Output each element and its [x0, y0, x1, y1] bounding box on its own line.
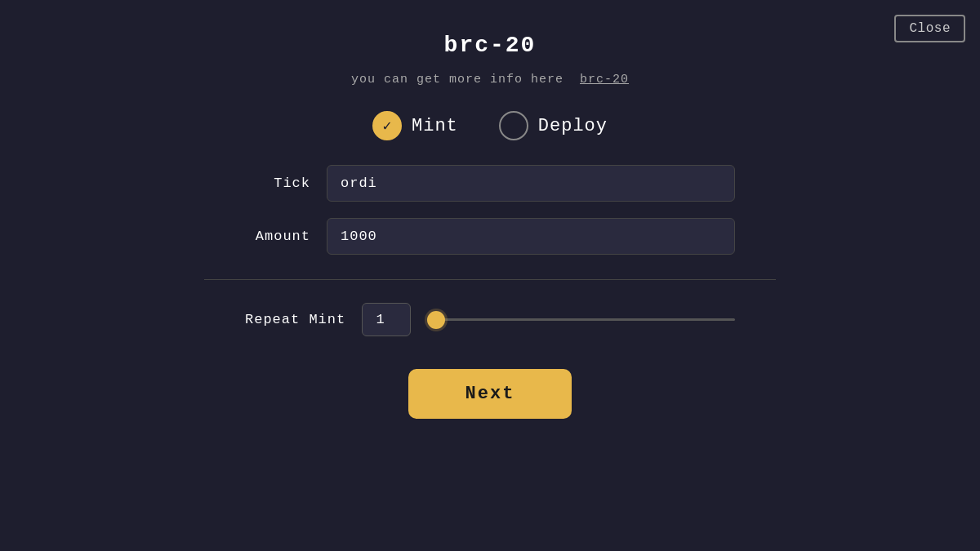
tick-row: Tick: [245, 165, 735, 202]
close-button[interactable]: Close: [894, 15, 965, 42]
amount-row: Amount: [245, 218, 735, 255]
repeat-mint-input[interactable]: [362, 303, 411, 336]
tick-input[interactable]: [327, 165, 735, 202]
repeat-mint-label: Repeat Mint: [245, 312, 345, 327]
repeat-mint-section: Repeat Mint: [245, 303, 735, 336]
slider-container: [427, 318, 735, 321]
amount-input[interactable]: [327, 218, 735, 255]
modal-container: Close brc-20 you can get more info here …: [0, 0, 980, 551]
divider: [204, 279, 776, 280]
radio-circle-deploy: [499, 111, 528, 140]
next-button[interactable]: Next: [408, 369, 572, 419]
repeat-mint-slider[interactable]: [427, 318, 735, 321]
tick-label: Tick: [245, 176, 310, 191]
info-link[interactable]: brc-20: [580, 73, 629, 87]
info-text: you can get more info here brc-20: [351, 73, 629, 87]
radio-option-mint[interactable]: Mint: [372, 111, 458, 140]
amount-label: Amount: [245, 229, 310, 244]
radio-label-mint: Mint: [412, 116, 458, 136]
radio-label-deploy: Deploy: [538, 116, 608, 136]
page-title: brc-20: [444, 33, 537, 58]
radio-group: Mint Deploy: [372, 111, 608, 140]
radio-option-deploy[interactable]: Deploy: [499, 111, 608, 140]
radio-circle-mint: [372, 111, 402, 140]
form-section: Tick Amount: [245, 165, 735, 255]
